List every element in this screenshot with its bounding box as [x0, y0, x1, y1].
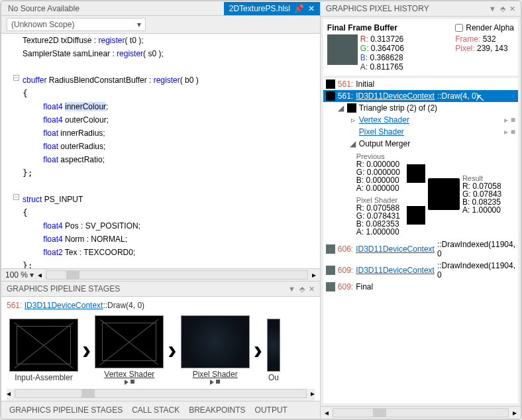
result-swatch — [428, 178, 460, 210]
chevron-right-icon[interactable]: ▸ — [513, 408, 517, 417]
code-editor[interactable]: Texture2D txDiffuse : register( t0 ); Sa… — [1, 34, 320, 268]
bottom-tabs: GRAPHICS PIPELINE STAGES CALL STACK BREA… — [1, 401, 320, 419]
tab-pipeline[interactable]: GRAPHICS PIPELINE STAGES — [5, 404, 127, 416]
hist-drawindexed[interactable]: 606: ID3D11DeviceContext::DrawIndexed(11… — [323, 238, 518, 260]
arrow-icon: › — [254, 335, 262, 365]
scope-dropdown[interactable]: (Unknown Scope) ▾ — [7, 18, 146, 31]
stage-output[interactable]: Ou — [264, 319, 284, 382]
hist-drawindexed[interactable]: 609: ID3D11DeviceContext::DrawIndexed(11… — [323, 260, 518, 281]
arrow-icon: › — [168, 335, 176, 365]
fold-icon[interactable]: − — [13, 194, 19, 200]
hist-triangle[interactable]: ◢ Triangle strip (2) of (2) — [323, 102, 518, 114]
hist-initial[interactable]: 561: Initial — [323, 78, 518, 90]
tab-output[interactable]: OUTPUT — [251, 404, 291, 416]
history-list: 561: Initial 561: ID3D11DeviceContext::D… — [323, 78, 518, 403]
play-icon[interactable] — [125, 380, 129, 385]
h-scrollbar[interactable] — [15, 389, 307, 398]
h-scrollbar[interactable] — [46, 270, 307, 280]
arrow-icon: › — [82, 335, 91, 365]
fb-swatch — [327, 34, 358, 65]
tab-callstack[interactable]: CALL STACK — [128, 404, 183, 416]
frame-buffer-info: Final Frame Buffer R: 0.313726 G: 0.3647… — [323, 19, 518, 76]
hist-ps[interactable]: Pixel Shader▸ ■ — [323, 126, 518, 138]
pipeline-header: GRAPHICS PIPELINE STAGES ▼ ⬘ ✕ — [1, 281, 320, 297]
close-icon[interactable]: ✕ — [509, 5, 515, 13]
stop-icon[interactable] — [130, 380, 134, 384]
zoom-bar: 100 % ▾ ◂ ▸ — [1, 268, 320, 281]
fold-icon[interactable]: − — [13, 75, 19, 81]
stop-icon[interactable] — [216, 380, 220, 384]
history-scroll: ◂ ▸ — [321, 406, 521, 419]
tab-label: 2DTexturePS.hlsl — [229, 4, 290, 13]
draw-call: 561: ID3D11DeviceContext::Draw(4, 0) — [7, 299, 315, 311]
pin-icon[interactable]: ⬘ — [500, 5, 505, 13]
chevron-left-icon[interactable]: ◂ — [7, 389, 11, 398]
history-header: GRAPHICS PIXEL HISTORY ▼ ⬘ ✕ — [321, 1, 521, 17]
stage-pixel-shader[interactable]: Pixel Shader — [178, 315, 252, 385]
dropdown-icon[interactable]: ▼ — [489, 5, 496, 13]
pin-icon[interactable]: 📌 — [294, 4, 304, 13]
play-icon[interactable] — [210, 380, 214, 385]
chevron-left-icon[interactable]: ◂ — [325, 408, 329, 417]
editor-tabs: No Source Available 2DTexturePS.hlsl 📌 ✕ — [1, 1, 320, 16]
hist-final[interactable]: 609: Final — [323, 281, 518, 293]
scope-value: (Unknown Scope) — [11, 20, 74, 29]
chevron-right-icon[interactable]: ▸ — [312, 270, 316, 280]
close-icon[interactable]: ✕ — [309, 285, 315, 293]
output-merger: Previous R: 0.000000G: 0.000000B: 0.0000… — [323, 150, 518, 238]
chevron-down-icon: ▾ — [137, 20, 141, 29]
dropdown-icon[interactable]: ▼ — [288, 285, 295, 293]
h-scrollbar[interactable] — [333, 408, 509, 417]
chevron-left-icon[interactable]: ◂ — [38, 270, 42, 280]
stage-vertex-shader[interactable]: Vertex Shader — [92, 315, 166, 385]
fb-title: Final Frame Buffer — [327, 23, 404, 32]
pin-icon[interactable]: ⬘ — [299, 285, 305, 293]
pipeline-body: 561: ID3D11DeviceContext::Draw(4, 0) Inp… — [1, 297, 320, 401]
stage-input-assembler[interactable]: Input-Assembler — [7, 319, 81, 382]
hist-draw-selected[interactable]: 561: ID3D11DeviceContext::Draw(4, 0) ↖ — [323, 90, 518, 102]
scope-bar: (Unknown Scope) ▾ — [1, 16, 320, 34]
draw-link[interactable]: ID3D11DeviceContext — [25, 301, 103, 310]
cursor-icon: ↖ — [476, 91, 485, 104]
close-icon[interactable]: ✕ — [308, 4, 315, 13]
panel-title: GRAPHICS PIXEL HISTORY — [326, 4, 485, 13]
tab-breakpoints[interactable]: BREAKPOINTS — [185, 404, 249, 416]
tab-no-source[interactable]: No Source Available — [1, 2, 86, 15]
hist-om[interactable]: ◢Output Merger — [323, 138, 518, 150]
panel-title: GRAPHICS PIPELINE STAGES — [7, 284, 284, 293]
zoom-dropdown[interactable]: 100 % ▾ — [5, 270, 34, 280]
tab-active-file[interactable]: 2DTexturePS.hlsl 📌 ✕ — [224, 2, 320, 15]
hist-vs[interactable]: ▹Vertex Shader▸ ■ — [323, 114, 518, 126]
render-alpha-checkbox[interactable]: Render Alpha — [455, 23, 514, 32]
chevron-right-icon[interactable]: ▸ — [311, 389, 315, 398]
fb-rgba: R: 0.313726 G: 0.364706 B: 0.368628 A: 0… — [360, 34, 404, 72]
